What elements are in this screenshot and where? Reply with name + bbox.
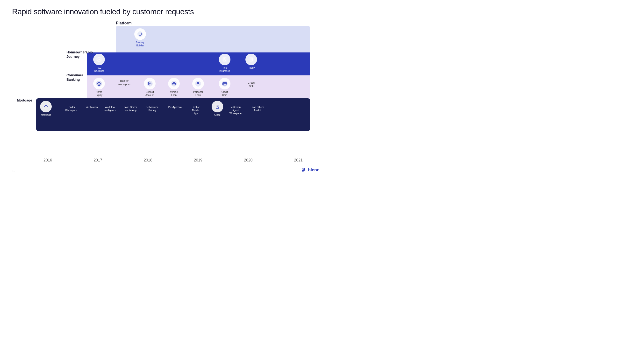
lender-workspace-item: LenderWorkspace xyxy=(60,106,82,112)
banker-workspace-item: BankerWorkspace xyxy=(114,79,135,86)
personal-loan-label: PersonalLoan xyxy=(188,90,208,97)
svg-point-13 xyxy=(171,81,177,87)
realty-item: Realty xyxy=(242,54,261,69)
loan-officer-toolkit-label: Loan OfficerToolkit xyxy=(248,106,267,112)
blend-text: blend xyxy=(308,168,320,173)
year-2017: 2017 xyxy=(94,158,102,162)
home-equity-item: HomeEquity xyxy=(90,78,109,97)
settlement-agent-label: SettlementAgentWorkspace xyxy=(225,106,246,115)
svg-rect-21 xyxy=(223,84,224,85)
pc-insurance-icon xyxy=(93,54,105,65)
settlement-agent-item: SettlementAgentWorkspace xyxy=(225,106,246,115)
self-service-item: Self-servicePricing xyxy=(142,106,162,112)
deposit-account-label: DepositAccount xyxy=(140,90,160,97)
svg-point-8 xyxy=(96,81,102,87)
svg-point-3 xyxy=(222,57,228,62)
blend-logo: blend xyxy=(301,167,320,173)
workflow-intelligence-item: WorkflowIntelligence xyxy=(99,106,121,112)
page-number: 12 xyxy=(12,169,15,173)
credit-card-icon xyxy=(219,78,230,89)
cross-sell-label: CrossSell xyxy=(242,81,261,88)
close-item: Close xyxy=(208,101,227,117)
blend-icon xyxy=(301,167,306,173)
pc-insurance-label: P&CInsurance xyxy=(90,66,109,73)
svg-point-23 xyxy=(45,105,46,106)
platform-label: Platform xyxy=(116,21,132,25)
vehicle-loan-item: VehicleLoan xyxy=(164,78,184,97)
loan-officer-mobile-item: Loan OfficerMobile App xyxy=(121,106,140,112)
workflow-intelligence-label: WorkflowIntelligence xyxy=(99,106,121,112)
mortgage-label: Mortgage xyxy=(17,98,32,102)
pre-approval-label: Pre-Approval xyxy=(166,106,185,109)
lender-workspace-label: LenderWorkspace xyxy=(60,106,82,112)
realtor-mobile-label: RealtorMobileApp xyxy=(186,106,205,115)
page: Rapid software innovation fueled by cust… xyxy=(0,0,322,175)
vehicle-loan-icon xyxy=(168,78,180,89)
year-2020: 2020 xyxy=(244,158,253,162)
year-labels: 2016 2017 2018 2019 2020 2021 xyxy=(36,158,310,162)
year-2016: 2016 xyxy=(44,158,52,162)
svg-point-15 xyxy=(172,85,174,86)
journey-builder-item: JourneyBuilder xyxy=(130,28,150,47)
deposit-account-icon xyxy=(144,78,156,89)
verification-item: Verification xyxy=(82,106,102,109)
verification-label: Verification xyxy=(82,106,102,109)
homeownership-label: HomeownershipJourney xyxy=(66,50,93,59)
mortgage-label-item: Mortgage xyxy=(36,113,56,117)
close-label: Close xyxy=(208,113,227,117)
loan-officer-toolkit-item: Loan OfficerToolkit xyxy=(248,106,267,112)
mortgage-icon xyxy=(40,101,52,112)
deposit-account-item: DepositAccount xyxy=(140,78,160,97)
mortgage-block xyxy=(36,98,310,131)
title-insurance-label: TitleInsurance xyxy=(215,66,234,73)
title-insurance-item: TitleInsurance xyxy=(215,54,234,73)
credit-card-item: CreditCard xyxy=(215,78,234,97)
journey-builder-icon xyxy=(134,28,146,40)
chart-area: Platform HomeownershipJourney ConsumerBa… xyxy=(12,21,310,164)
realty-icon xyxy=(246,54,257,65)
close-icon xyxy=(212,101,223,112)
vehicle-loan-label: VehicleLoan xyxy=(164,90,184,97)
mortgage-item: Mortgage xyxy=(36,101,56,117)
realtor-mobile-item: RealtorMobileApp xyxy=(186,106,205,115)
year-2019: 2019 xyxy=(194,158,202,162)
pc-insurance-item: P&CInsurance xyxy=(90,54,109,73)
loan-officer-mobile-label: Loan OfficerMobile App xyxy=(121,106,140,112)
title-insurance-icon xyxy=(219,54,230,65)
self-service-label: Self-servicePricing xyxy=(142,106,162,112)
cross-sell-item: CrossSell xyxy=(242,81,261,88)
year-2018: 2018 xyxy=(144,158,152,162)
personal-loan-item: PersonalLoan xyxy=(188,78,208,97)
realty-label: Realty xyxy=(242,66,261,69)
home-equity-icon xyxy=(93,78,105,89)
consumer-banking-label: ConsumerBanking xyxy=(66,73,83,82)
svg-point-24 xyxy=(214,104,220,110)
year-2021: 2021 xyxy=(294,158,303,162)
home-equity-label: HomeEquity xyxy=(90,90,109,97)
banker-workspace-label: BankerWorkspace xyxy=(114,79,135,86)
page-title: Rapid software innovation fueled by cust… xyxy=(12,7,310,16)
personal-loan-icon xyxy=(192,78,204,89)
credit-card-label: CreditCard xyxy=(215,90,234,97)
pre-approval-item: Pre-Approval xyxy=(166,106,185,109)
svg-point-22 xyxy=(43,104,49,110)
journey-builder-label: JourneyBuilder xyxy=(130,41,150,47)
svg-point-16 xyxy=(174,85,175,86)
